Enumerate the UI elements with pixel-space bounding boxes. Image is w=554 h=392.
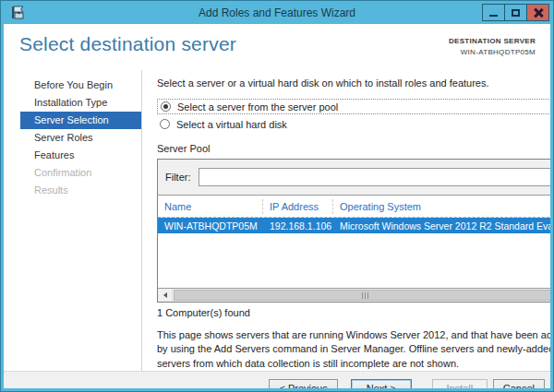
scroll-left-button[interactable] (158, 289, 173, 302)
close-icon (534, 8, 543, 18)
wizard-footer: < Previous Next > Install Cancel (4, 371, 550, 388)
filter-label: Filter: (165, 172, 191, 183)
sidebar-item-installation-type[interactable]: Installation Type (20, 94, 141, 112)
column-header-ip-address[interactable]: IP Address (263, 199, 333, 214)
main-content: Select a server or a virtual hard disk o… (142, 70, 550, 371)
sidebar-item-server-selection[interactable]: Server Selection (20, 112, 141, 129)
previous-button[interactable]: < Previous (269, 379, 337, 388)
close-button[interactable] (526, 4, 549, 21)
sidebar-item-before-you-begin[interactable]: Before You Begin (20, 77, 141, 94)
wizard-window: Add Roles and Features Wizard Select des… (0, 0, 554, 392)
radio-option-virtual-hard-disk-label: Select a virtual hard disk (176, 119, 287, 130)
window-title: Add Roles and Features Wizard (4, 6, 550, 19)
filter-row: Filter: (158, 160, 550, 195)
cell-operating-system: Microsoft Windows Server 2012 R2 Standar… (333, 220, 550, 232)
window-controls (483, 4, 549, 21)
horizontal-scrollbar[interactable] (158, 288, 550, 302)
sidebar-item-confirmation: Confirmation (20, 164, 141, 182)
radio-option-server-pool-label: Select a server from the server pool (177, 101, 338, 113)
minimize-button[interactable] (482, 4, 505, 21)
server-table-header: Name IP Address Operating System (158, 196, 550, 218)
server-pool-box: Filter: Name IP Address Operating System… (157, 159, 550, 303)
destination-server-name: WIN-ATBHQDTP05M (449, 47, 536, 58)
destination-server-label: DESTINATION SERVER (449, 36, 536, 47)
computer-count-text: 1 Computer(s) found (157, 307, 550, 318)
scrollbar-track[interactable] (173, 289, 550, 302)
server-pool-title: Server Pool (157, 143, 550, 154)
sidebar-item-results: Results (20, 182, 141, 199)
radio-selected-icon[interactable] (161, 101, 171, 112)
sidebar-item-features[interactable]: Features (20, 147, 141, 164)
server-table: Name IP Address Operating System WIN-ATB… (158, 195, 550, 302)
radio-option-server-pool[interactable]: Select a server from the server pool (157, 99, 550, 114)
cancel-button[interactable]: Cancel (493, 379, 545, 388)
scrollbar-grip-icon (362, 292, 369, 299)
intro-text: Select a server or a virtual hard disk o… (157, 77, 550, 89)
filter-input[interactable] (199, 168, 551, 186)
cell-ip-address: 192.168.1.106 (263, 220, 333, 232)
scroll-left-icon (163, 292, 167, 298)
radio-option-virtual-hard-disk[interactable]: Select a virtual hard disk (157, 116, 550, 132)
destination-info: DESTINATION SERVER WIN-ATBHQDTP05M (449, 33, 536, 70)
wizard-flag-icon (10, 6, 25, 23)
maximize-icon (512, 9, 520, 17)
page-title: Select destination server (19, 33, 236, 70)
install-button: Install (432, 379, 488, 388)
wizard-steps-sidebar: Before You Begin Installation Type Serve… (4, 70, 142, 371)
column-header-name[interactable]: Name (158, 199, 263, 214)
maximize-button[interactable] (504, 4, 527, 21)
client-area: Select destination server DESTINATION SE… (4, 24, 550, 388)
radio-unselected-icon[interactable] (160, 119, 170, 129)
page-description: This page shows servers that are running… (157, 328, 550, 371)
titlebar[interactable]: Add Roles and Features Wizard (4, 1, 550, 24)
cell-name: WIN-ATBHQDTP05M (158, 220, 263, 232)
scrollbar-thumb[interactable] (174, 290, 550, 301)
wizard-body: Before You Begin Installation Type Serve… (4, 70, 550, 371)
column-header-operating-system[interactable]: Operating System (333, 199, 550, 214)
wizard-header: Select destination server DESTINATION SE… (4, 24, 550, 70)
table-row[interactable]: WIN-ATBHQDTP05M 192.168.1.106 Microsoft … (158, 218, 550, 233)
table-empty-space (158, 233, 550, 288)
next-button[interactable]: Next > (351, 379, 412, 388)
sidebar-item-server-roles[interactable]: Server Roles (20, 129, 141, 147)
minimize-icon (489, 15, 498, 17)
